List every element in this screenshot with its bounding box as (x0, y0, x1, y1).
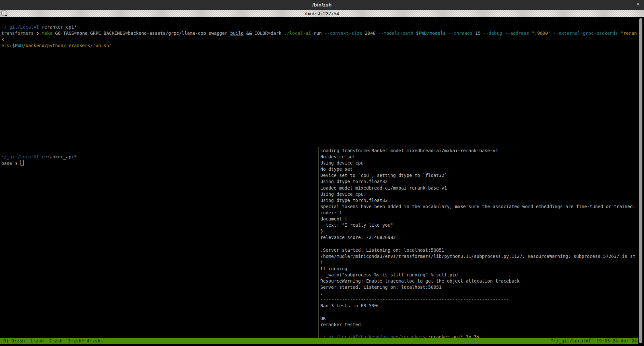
prompt-line: ~/_git/LocalAI reranker_api* (1, 154, 317, 160)
terminal-line: } (320, 228, 637, 234)
tab-title: /bin/zsh 237x54 (305, 11, 339, 16)
cmd-and: && (244, 31, 254, 36)
terminal-line: Using device cpu. (320, 191, 637, 197)
text-cursor (20, 160, 24, 166)
terminal-line (320, 241, 637, 247)
cmd-binary: ./local-ai (284, 31, 311, 36)
pane-top[interactable]: ~/_git/LocalAI reranker_api* transformer… (0, 17, 638, 147)
cmd-make: make (42, 31, 55, 36)
terminal-line: No dtype set (320, 166, 637, 172)
cwd-path: ~/_git/LocalAI/backend/python/rerankers (320, 334, 425, 338)
flag-threads: --threads (446, 31, 473, 36)
pane-divider-vertical[interactable] (318, 147, 319, 338)
terminal-line: Special tokens have been added in the vo… (320, 204, 637, 210)
tmux-status-bar: [0] 0:zsh 1:zsh 2:zsh 3:zsh* 4:zsh- "~/_… (0, 338, 644, 344)
tmux-window-list[interactable]: [0] 0:zsh 1:zsh 2:zsh 3:zsh* 4:zsh- (1, 338, 103, 344)
cmd-args: GO_TAGS=none GRPC_BACKENDS=backend-asset… (55, 31, 230, 36)
conda-env: base (1, 161, 15, 166)
prompt-line: ~/_git/LocalAI reranker_api* (1, 24, 637, 30)
terminal-line: Ran 3 tests in 63.530s (320, 303, 637, 309)
window-grid-glyph (1, 10, 9, 17)
window-titlebar[interactable]: /bin/zsh ✕ (0, 0, 644, 10)
terminal-line: Using dtype torch.float32 (320, 179, 637, 185)
conda-env: transformers (1, 31, 36, 36)
tab-bar: /bin/zsh 237x54 (0, 10, 644, 17)
tmux-session-info: "~/_git/LocalAI" 19:05 24-Apr-24 (551, 338, 637, 344)
shell-prompt: base ❯ (1, 160, 317, 166)
terminal-line: _warn("subprocess %s is still running" %… (320, 272, 637, 278)
cwd-path: ~/_git/LocalAI (1, 154, 39, 159)
var-pwd: $PWD (12, 43, 23, 48)
flag-debug: --debug (483, 31, 502, 36)
log-output: Loading TransformerRanker model mixedbre… (320, 148, 637, 334)
window-title: /bin/zsh (312, 2, 331, 8)
string-rerankers-end: /backend/python/rerankers/run.sh" (23, 43, 112, 48)
flag-models-path: --models-path (378, 31, 413, 36)
window-menu-icon[interactable] (1, 10, 9, 17)
flag-address: --address (502, 31, 532, 36)
value-threads: 15 (473, 31, 483, 36)
prompt-chevron: ❯ (36, 31, 42, 36)
cmd-colorenv: COLOR=dark (254, 31, 284, 36)
command-duration: 1m 3s (463, 334, 479, 338)
terminal-line-blank (1, 18, 637, 24)
terminal-line: text: "I really like you" (320, 222, 637, 228)
terminal-window: { "colors": { "fg": "#b8b8b8", "dim": "#… (0, 0, 644, 346)
terminal-line: Device set to `cpu`, setting dtype to `f… (320, 172, 637, 179)
terminal-line: Loading TransformerRanker model mixedbre… (320, 148, 637, 154)
pane-right[interactable]: Loading TransformerRanker model mixedbre… (319, 147, 638, 338)
terminal-line (320, 309, 637, 315)
terminal-line-blank (1, 148, 317, 154)
terminal-line: Loaded model mixedbread-ai/mxbai-rerank-… (320, 185, 637, 191)
git-branch: reranker_api* (425, 334, 463, 338)
pane-left[interactable]: ~/_git/LocalAI reranker_api* base ❯ (0, 147, 318, 338)
git-branch: reranker_api* (39, 154, 77, 159)
terminal-line: index: 1 (320, 210, 637, 216)
terminal-line: Using dtype torch.float32. (320, 197, 637, 204)
command-line-wrap: ers:$PWD/backend/python/rerankers/run.sh… (1, 43, 637, 49)
value-context-size: 2048 (362, 31, 378, 36)
var-pwd-models: $PWD/models (413, 31, 446, 36)
cmd-build: build (230, 31, 244, 36)
terminal-line: .Server started. Listening on: localhost… (320, 247, 637, 253)
terminal-line: No device set (320, 154, 637, 160)
scrollbar-track[interactable] (638, 17, 644, 346)
terminal-line: /home/mudler/miniconda3/envs/transformer… (320, 253, 637, 266)
terminal-line: . (320, 290, 637, 297)
flag-context-size: --context-size (324, 31, 362, 36)
terminal-line: document { (320, 216, 637, 222)
string-address: ":9090" (532, 31, 551, 36)
terminal-line: ll running (320, 266, 637, 272)
terminal-line: relevance_score: -2.46826982 (320, 234, 637, 241)
terminal-line (320, 328, 637, 334)
terminal-line: ----------------------------------------… (320, 297, 637, 303)
prompt-chevron: ❯ (15, 161, 20, 166)
prompt-line: ~/_git/LocalAI/backend/python/rerankers … (320, 334, 637, 338)
close-icon[interactable]: ✕ (636, 1, 640, 7)
terminal-line: Using device cpu (320, 160, 637, 166)
scrollbar-thumb[interactable] (639, 18, 642, 343)
terminal-line: Server started. Listening on: localhost:… (320, 284, 637, 290)
command-line: transformers ❯ make GO_TAGS=none GRPC_BA… (1, 30, 637, 43)
string-rerankers-mid: ers: (1, 43, 12, 48)
cwd-path: ~/_git/LocalAI (1, 24, 39, 30)
terminal-line: ResourceWarning: Enable tracemalloc to g… (320, 278, 637, 284)
terminal-line: reranker tested. (320, 322, 637, 328)
flag-external-grpc: --external-grpc-backends (551, 31, 621, 36)
git-branch: reranker_api* (39, 24, 77, 30)
terminal-line: OK (320, 315, 637, 322)
cmd-run: run (311, 31, 324, 36)
